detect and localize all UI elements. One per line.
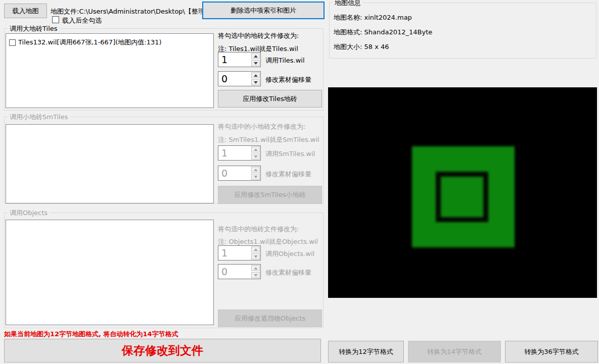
convert-14byte-button: 转换为14字节格式: [408, 341, 501, 362]
smtiles-group: 调用小地砖SmTiles 将勾选中的小地砖文件修改为: 注: SmTiles1.…: [4, 117, 324, 204]
spin-up-button[interactable]: [251, 53, 260, 59]
objects-group: 调用Objects 将勾选中的地砖文件修改为: 注: Objects1.wil就…: [4, 213, 324, 328]
convert-36byte-button[interactable]: 转换为36字节格式: [505, 341, 598, 362]
map-file-label: 地图文件:C:\Users\Administrator\Desktop\【整理1…: [51, 7, 220, 16]
tiles-offset-value[interactable]: 0: [221, 73, 227, 85]
item-checkbox[interactable]: [9, 39, 16, 46]
smtiles-group-title: 调用小地砖SmTiles: [8, 113, 70, 122]
triangle-up-icon: [254, 169, 258, 171]
tiles-modify-label: 将勾选中的地砖文件修改为:: [218, 31, 299, 40]
spin-down-button[interactable]: [251, 60, 260, 66]
spin-up-button: [251, 265, 260, 271]
smtiles-index-value: 1: [221, 147, 227, 159]
tiles-index-label: 调用Tiles.wil: [265, 56, 305, 65]
map-info-group: 地图信息 地图名称: xinlt2024.map 地图格式: Shanda201…: [329, 3, 596, 59]
map-size-label: 地图大小: 58 x 46: [334, 42, 389, 51]
tiles-list-item[interactable]: Tiles132.wil[调用667张,1-667](地图内值:131): [6, 34, 213, 47]
delete-selected-button[interactable]: 删除选中项索引和图片: [202, 2, 325, 19]
apply-objects-button: 应用修改遮挡物Objects: [218, 309, 322, 327]
spin-down-button: [251, 153, 260, 160]
check-all-checkbox[interactable]: [52, 16, 59, 23]
map-info-title: 地图信息: [333, 0, 363, 8]
objects-offset-label: 修改素材偏移量: [265, 268, 311, 277]
spin-down-button: [251, 253, 260, 259]
objects-index-spinner: 1: [218, 245, 261, 261]
smtiles-index-label: 调用SmTiles.wil: [265, 149, 315, 159]
item-label: Tiles132.wil[调用667张,1-667](地图内值:131): [18, 38, 162, 47]
smtiles-offset-label: 修改素材偏移量: [265, 170, 311, 179]
apply-smtiles-button: 应用修改SmTiles小地砖: [218, 186, 322, 204]
objects-list[interactable]: [6, 220, 214, 325]
spin-up-button[interactable]: [251, 72, 260, 78]
load-map-button[interactable]: 载入地图: [4, 4, 47, 18]
map-editor-window: 载入地图 地图文件:C:\Users\Administrator\Desktop…: [0, 0, 599, 364]
smtiles-list[interactable]: [6, 124, 214, 203]
tiles-group: 调用大地砖Tiles Tiles132.wil[调用667张,1-667](地图…: [4, 28, 324, 111]
map-preview: [328, 87, 597, 298]
green-tile-image: [412, 146, 515, 247]
triangle-up-icon: [254, 148, 258, 151]
apply-tiles-button[interactable]: 应用修改Tiles地砖: [218, 90, 322, 108]
objects-group-title: 调用Objects: [8, 209, 50, 218]
triangle-down-icon: [254, 155, 258, 158]
map-name-label: 地图名称: xinlt2024.map: [334, 13, 412, 22]
objects-index-label: 调用Objects.wil: [265, 249, 314, 258]
smtiles-modify-label: 将勾选中的小地砖文件修改为:: [218, 122, 305, 131]
triangle-down-icon: [254, 176, 258, 178]
triangle-up-icon: [254, 55, 258, 58]
spin-up-button: [251, 146, 260, 152]
triangle-up-icon: [254, 74, 258, 77]
smtiles-note-label: 注: SmTiles1.wil就是SmTiles.wil: [218, 135, 319, 144]
spin-down-button: [251, 272, 260, 278]
format-warning-text: 如果当前地图为12字节地图格式, 将自动转化为14字节格式: [4, 330, 178, 339]
tiles-index-value[interactable]: 1: [221, 54, 227, 66]
tiles-offset-spinner[interactable]: 0: [218, 71, 261, 86]
triangle-up-icon: [254, 267, 258, 270]
triangle-down-icon: [254, 62, 258, 65]
triangle-down-icon: [254, 81, 258, 84]
objects-modify-label: 将勾选中的地砖文件修改为:: [218, 225, 299, 234]
spin-down-button: [251, 174, 260, 180]
smtiles-offset-value: 0: [221, 167, 227, 179]
triangle-up-icon: [254, 248, 258, 251]
objects-offset-value: 0: [221, 266, 227, 278]
objects-offset-spinner: 0: [218, 264, 261, 279]
check-all-label: 载入后全勾选: [62, 16, 102, 25]
save-to-file-button[interactable]: 保存修改到文件: [4, 339, 321, 362]
smtiles-offset-spinner: 0: [218, 166, 261, 181]
tiles-offset-label: 修改素材偏移量: [265, 75, 311, 84]
inner-square-image: [436, 172, 488, 222]
tiles-list[interactable]: Tiles132.wil[调用667张,1-667](地图内值:131): [6, 33, 214, 108]
triangle-down-icon: [254, 255, 258, 258]
spin-up-button: [251, 246, 260, 252]
tiles-group-title: 调用大地砖Tiles: [8, 24, 60, 33]
smtiles-index-spinner: 1: [218, 145, 261, 161]
objects-index-value: 1: [221, 247, 227, 259]
spin-down-button[interactable]: [251, 79, 260, 85]
triangle-down-icon: [254, 274, 258, 277]
tiles-index-spinner[interactable]: 1: [218, 52, 261, 67]
convert-12byte-button[interactable]: 转换为12字节格式: [328, 341, 404, 362]
spin-up-button: [251, 167, 260, 173]
map-format-label: 地图格式: Shanda2012_14Byte: [334, 28, 432, 37]
